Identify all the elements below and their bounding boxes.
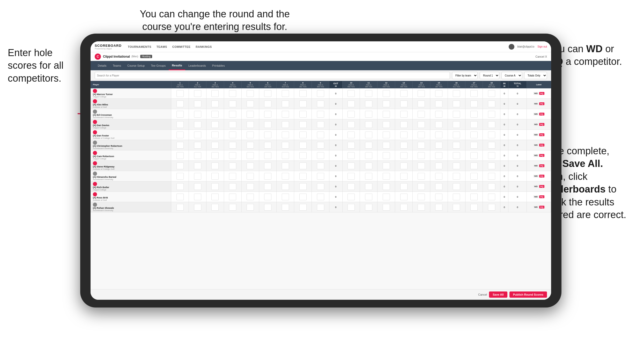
hole-score-cell[interactable] (206, 171, 224, 181)
hole-score-cell[interactable] (294, 119, 312, 130)
hole-score-input[interactable] (488, 111, 495, 118)
wd-button[interactable]: WD (533, 144, 539, 147)
hole-score-cell[interactable] (465, 140, 483, 150)
hole-score-input[interactable] (211, 132, 219, 138)
hole-score-cell[interactable] (430, 192, 448, 202)
hole-score-cell[interactable] (171, 171, 189, 181)
cancel-button[interactable]: Cancel (478, 293, 487, 296)
hole-score-cell[interactable] (241, 150, 259, 161)
hole-score-cell[interactable] (171, 192, 189, 202)
hole-score-input[interactable] (176, 194, 184, 200)
hole-score-input[interactable] (365, 173, 372, 180)
hole-score-cell[interactable] (241, 171, 259, 181)
hole-score-input[interactable] (282, 90, 289, 97)
hole-score-input[interactable] (347, 121, 355, 128)
filter-team-select[interactable]: Filter by team (452, 72, 478, 79)
hole-score-cell[interactable] (277, 140, 294, 150)
hole-score-cell[interactable] (312, 88, 329, 99)
hole-score-cell[interactable] (448, 130, 465, 140)
hole-score-cell[interactable] (430, 171, 448, 181)
hole-score-input[interactable] (282, 101, 289, 107)
hole-score-cell[interactable] (342, 161, 360, 171)
hole-score-cell[interactable] (206, 109, 224, 119)
hole-score-input[interactable] (453, 142, 460, 149)
hole-score-input[interactable] (299, 152, 307, 159)
hole-score-input[interactable] (488, 183, 495, 190)
hole-score-cell[interactable] (430, 88, 448, 99)
hole-score-input[interactable] (383, 183, 390, 190)
dq-button[interactable]: DQ (539, 144, 544, 147)
hole-score-cell[interactable] (294, 130, 312, 140)
dq-button[interactable]: DQ (539, 133, 544, 136)
hole-score-input[interactable] (488, 90, 495, 97)
nav-committee[interactable]: COMMITTEE (172, 45, 191, 48)
hole-score-input[interactable] (299, 132, 307, 138)
hole-score-cell[interactable] (259, 181, 277, 192)
hole-score-cell[interactable] (312, 140, 329, 150)
hole-score-input[interactable] (211, 90, 219, 97)
tab-results[interactable]: Results (169, 61, 185, 70)
hole-score-cell[interactable] (189, 150, 206, 161)
hole-score-cell[interactable] (483, 109, 500, 119)
hole-score-cell[interactable] (277, 171, 294, 181)
hole-score-input[interactable] (418, 183, 425, 190)
hole-score-cell[interactable] (483, 88, 500, 99)
hole-score-cell[interactable] (360, 140, 377, 150)
hole-score-input[interactable] (435, 152, 442, 159)
hole-score-input[interactable] (453, 111, 460, 118)
hole-score-cell[interactable] (241, 181, 259, 192)
hole-score-input[interactable] (264, 90, 271, 97)
hole-score-input[interactable] (453, 90, 460, 97)
hole-score-cell[interactable] (206, 140, 224, 150)
hole-score-cell[interactable] (412, 181, 430, 192)
hole-score-cell[interactable] (277, 88, 294, 99)
hole-score-cell[interactable] (483, 99, 500, 109)
hole-score-cell[interactable] (448, 88, 465, 99)
hole-score-input[interactable] (194, 142, 201, 149)
tab-teams[interactable]: Teams (110, 61, 124, 70)
hole-score-input[interactable] (176, 142, 184, 149)
hole-score-cell[interactable] (241, 109, 259, 119)
hole-score-input[interactable] (435, 90, 442, 97)
hole-score-input[interactable] (435, 204, 442, 211)
hole-score-input[interactable] (317, 101, 324, 107)
hole-score-cell[interactable] (224, 140, 241, 150)
hole-score-input[interactable] (176, 163, 184, 169)
hole-score-input[interactable] (211, 101, 219, 107)
hole-score-cell[interactable] (412, 171, 430, 181)
hole-score-input[interactable] (365, 142, 372, 149)
hole-score-input[interactable] (435, 132, 442, 138)
hole-score-cell[interactable] (312, 181, 329, 192)
hole-score-input[interactable] (470, 132, 478, 138)
hole-score-cell[interactable] (277, 130, 294, 140)
hole-score-cell[interactable] (483, 161, 500, 171)
hole-score-cell[interactable] (241, 161, 259, 171)
hole-score-cell[interactable] (360, 192, 377, 202)
hole-score-input[interactable] (247, 142, 254, 149)
hole-score-cell[interactable] (360, 202, 377, 212)
hole-score-cell[interactable] (412, 88, 430, 99)
hole-score-input[interactable] (400, 90, 408, 97)
wd-button[interactable]: WD (533, 175, 539, 178)
hole-score-cell[interactable] (277, 99, 294, 109)
hole-score-input[interactable] (453, 194, 460, 200)
dq-button[interactable]: DQ (539, 102, 544, 105)
hole-score-cell[interactable] (360, 99, 377, 109)
hole-score-cell[interactable] (448, 119, 465, 130)
hole-score-input[interactable] (470, 90, 478, 97)
hole-score-input[interactable] (470, 101, 478, 107)
hole-score-input[interactable] (418, 204, 425, 211)
hole-score-cell[interactable] (395, 140, 413, 150)
hole-score-cell[interactable] (483, 130, 500, 140)
wd-button[interactable]: WD (533, 195, 539, 198)
hole-score-input[interactable] (347, 194, 355, 200)
hole-score-input[interactable] (383, 111, 390, 118)
hole-score-cell[interactable] (294, 192, 312, 202)
hole-score-input[interactable] (365, 183, 372, 190)
tab-course-setup[interactable]: Course Setup (124, 61, 148, 70)
hole-score-input[interactable] (418, 101, 425, 107)
hole-score-input[interactable] (194, 132, 201, 138)
hole-score-cell[interactable] (189, 130, 206, 140)
scorecard-container[interactable]: Player 1PAR 4340 YDS 2PAR 5511 YDS 3PAR … (91, 81, 551, 289)
hole-score-input[interactable] (383, 90, 390, 97)
